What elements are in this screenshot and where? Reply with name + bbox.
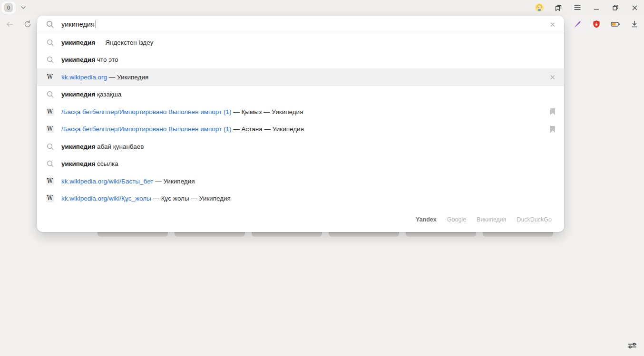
window-close-button[interactable]	[625, 0, 644, 15]
active-tab[interactable]: 0	[1, 1, 16, 14]
profile-avatar-button[interactable]	[530, 0, 549, 15]
close-icon	[632, 5, 638, 11]
bookmark-icon	[550, 125, 556, 133]
battery-saver-button[interactable]	[606, 15, 625, 33]
engine-option-yandex[interactable]: Yandex	[416, 216, 437, 223]
suggestion-row[interactable]: уикипедия что это	[37, 51, 564, 69]
shield-lock-icon	[592, 19, 601, 29]
text-caret	[96, 20, 96, 28]
wikipedia-favicon: W	[46, 177, 54, 185]
search-icon	[46, 90, 54, 98]
suggestion-row[interactable]: W kk.wikipedia.org/wiki/Басты_бет — Уики…	[37, 173, 564, 190]
refresh-button[interactable]	[20, 17, 35, 32]
search-icon	[46, 38, 54, 47]
remove-suggestion-button[interactable]: ✕	[549, 74, 556, 81]
window-minimize-button[interactable]	[587, 0, 606, 15]
engine-option-duckduckgo[interactable]: DuckDuckGo	[517, 216, 552, 223]
suggestion-row[interactable]: уикипедия ссылка	[37, 155, 564, 173]
suggestion-row[interactable]: W kk.wikipedia.org — Уикипедия ✕	[37, 68, 564, 86]
titlebar: 0	[0, 0, 644, 15]
back-button[interactable]	[2, 17, 17, 32]
minimize-icon	[593, 4, 600, 11]
bookmarks-panel-icon	[554, 3, 563, 12]
wikipedia-favicon: W	[46, 125, 54, 133]
sliders-icon	[626, 341, 638, 350]
engine-option-google[interactable]: Google	[447, 216, 466, 223]
pen-icon	[573, 19, 582, 29]
hamburger-menu-icon	[574, 4, 581, 11]
search-engine-bar: YandexGoogleВикипедияDuckDuckGo	[37, 207, 564, 232]
suggestion-row[interactable]: уикипедия қазақша	[37, 86, 564, 104]
restore-icon	[612, 4, 619, 11]
address-input[interactable]: уикипедия	[61, 20, 95, 28]
refresh-icon	[23, 20, 32, 29]
address-bar[interactable]: уикипедия ✕	[37, 16, 564, 33]
search-icon	[46, 143, 54, 151]
search-icon	[46, 160, 54, 168]
download-icon	[630, 20, 639, 29]
browser-menu-button[interactable]	[568, 0, 587, 15]
bookmark-icon	[550, 108, 556, 115]
window-restore-button[interactable]	[606, 0, 625, 15]
yandex-pen-button[interactable]	[568, 15, 587, 33]
search-icon	[46, 20, 54, 29]
omnibox-dropdown: уикипедия ✕ уикипедия — Яндекстен іздеу	[37, 16, 564, 232]
avatar-icon	[535, 3, 544, 12]
protect-shield-button[interactable]	[587, 15, 606, 33]
search-icon	[46, 56, 54, 64]
downloads-button[interactable]	[625, 15, 644, 33]
battery-icon	[610, 19, 621, 29]
suggestion-row[interactable]: W kk.wikipedia.org/wiki/Құс_жолы — Құс ж…	[37, 190, 564, 208]
wikipedia-favicon: W	[46, 73, 54, 81]
clear-input-button[interactable]: ✕	[549, 21, 556, 28]
suggestion-row[interactable]: уикипедия — Яндекстен іздеу	[37, 34, 564, 51]
tab-panel-button[interactable]	[549, 0, 568, 15]
tab-list-chevron-button[interactable]	[17, 1, 29, 14]
tab-counter-badge: 0	[4, 3, 13, 12]
suggestion-list: уикипедия — Яндекстен іздеу уикипедия чт…	[37, 33, 564, 207]
suggestion-row[interactable]: уикипедия абай құнанбаев	[37, 138, 564, 155]
engine-option-википедия[interactable]: Википедия	[477, 216, 506, 223]
suggestion-row[interactable]: W /Басқа бетбелгілер/Импортировано Выпол…	[37, 121, 564, 138]
wikipedia-favicon: W	[46, 108, 54, 116]
back-arrow-icon	[5, 20, 14, 29]
suggestion-row[interactable]: W /Басқа бетбелгілер/Импортировано Выпол…	[37, 103, 564, 121]
wikipedia-favicon: W	[46, 194, 54, 202]
sidebar-settings-button[interactable]	[626, 340, 638, 351]
chevron-down-icon	[20, 4, 27, 11]
